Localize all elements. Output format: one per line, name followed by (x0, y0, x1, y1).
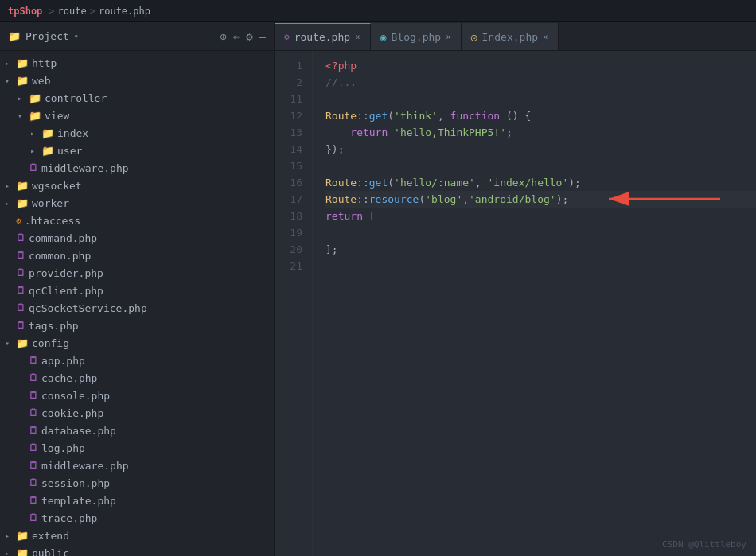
tree-item-command[interactable]: 🗒command.php (0, 229, 274, 247)
tree-item-qcClient[interactable]: 🗒qcClient.php (0, 282, 274, 299)
folder-arrow-icon: ▸ (30, 129, 41, 138)
tree-item-label-view: view (45, 110, 69, 122)
sidebar-title-label: Project (25, 30, 69, 42)
tree-item-database[interactable]: 🗒database.php (0, 422, 274, 439)
token-punc: , (438, 107, 450, 124)
tree-item-extend[interactable]: ▸📁extend (0, 527, 274, 544)
token-kw-tag: <?php (325, 57, 357, 74)
code-line-15 (325, 157, 756, 174)
tree-item-provider[interactable]: 🗒provider.php (0, 264, 274, 282)
tab-label-route: route.php (294, 31, 350, 43)
sidebar: 📁 Project ▾ ⊕ ⇐ ⚙ — ▸📁http▾📁web▸📁control… (0, 22, 275, 556)
tree-item-controller[interactable]: ▸📁controller (0, 89, 274, 107)
tab-php-icon-route: ⚙ (284, 32, 290, 42)
folder-icon-view: 📁 (29, 110, 41, 122)
add-icon[interactable]: ⊕ (220, 30, 226, 43)
editor-area: ⚙route.php×◉Blog.php×◎Index.php× 1211121… (275, 22, 756, 556)
tab-route[interactable]: ⚙route.php× (275, 23, 371, 50)
php-file-icon-command: 🗒 (16, 232, 25, 243)
tab-blog[interactable]: ◉Blog.php× (371, 23, 462, 50)
folder-icon-controller: 📁 (29, 92, 41, 104)
tree-item-label-user: user (57, 145, 82, 157)
php-file-icon-common: 🗒 (16, 250, 25, 261)
tree-item-app[interactable]: 🗒app.php (0, 352, 274, 369)
tree-item-label-database: database.php (41, 425, 116, 437)
tree-item-trace[interactable]: 🗒trace.php (0, 509, 274, 527)
tree-item-public[interactable]: ▸📁public (0, 544, 274, 556)
tab-close-blog[interactable]: × (446, 32, 451, 42)
token-fn-name: resource (369, 191, 419, 208)
folder-icon-wgsocket: 📁 (16, 180, 29, 192)
tree-item-common[interactable]: 🗒common.php (0, 247, 274, 264)
token-fn-name: get (369, 107, 388, 124)
tree-item-index[interactable]: ▸📁index (0, 124, 274, 142)
tree-item-log[interactable]: 🗒log.php (0, 439, 274, 457)
folder-arrow-icon: ▸ (5, 199, 16, 208)
tree-item-label-console: console.php (41, 390, 110, 402)
tab-close-route[interactable]: × (355, 32, 360, 42)
folder-arrow-icon: ▸ (5, 181, 16, 190)
tab-close-index[interactable]: × (543, 32, 548, 42)
tab-bar: ⚙route.php×◉Blog.php×◎Index.php× (275, 22, 756, 51)
code-content[interactable]: <?php//...Route::get('think', function (… (313, 51, 756, 556)
watermark: CSDN @Qlittleboy (662, 539, 746, 550)
php-file-icon-trace: 🗒 (29, 512, 38, 523)
folder-arrow-icon: ▸ (5, 59, 16, 68)
folder-arrow-icon: ▾ (5, 76, 16, 85)
tree-item-wgsocket[interactable]: ▸📁wgsocket (0, 177, 274, 194)
tree-item-label-web: web (32, 75, 50, 87)
token-punc (388, 124, 394, 141)
tree-item-label-wgsocket: wgsocket (32, 180, 82, 192)
php-file-icon-cache: 🗒 (29, 372, 38, 383)
tree-item-http[interactable]: ▸📁http (0, 54, 274, 72)
tree-item-htaccess[interactable]: ⚙.htaccess (0, 212, 274, 229)
tree-item-user[interactable]: ▸📁user (0, 142, 274, 159)
token-kw-php: return (350, 124, 388, 141)
folder-arrow-icon: ▸ (5, 531, 16, 540)
tree-item-middleware[interactable]: 🗒middleware.php (0, 457, 274, 474)
folder-icon-config: 📁 (16, 337, 29, 349)
folder-icon-worker: 📁 (16, 197, 29, 209)
token-punc: , (475, 174, 488, 191)
tree-item-view[interactable]: ▾📁view (0, 107, 274, 124)
line-number-13: 13 (275, 124, 302, 141)
php-file-icon-cookie: 🗒 (29, 407, 38, 418)
folder-icon-index: 📁 (41, 127, 54, 139)
tree-item-middleware-web[interactable]: 🗒middleware.php (0, 159, 274, 177)
tree-item-cookie[interactable]: 🗒cookie.php (0, 404, 274, 422)
token-punc: ( (388, 107, 394, 124)
tree-item-config[interactable]: ▾📁config (0, 334, 274, 352)
tree-item-web[interactable]: ▾📁web (0, 72, 274, 89)
tree-item-session[interactable]: 🗒session.php (0, 474, 274, 492)
code-editor[interactable]: 121112131415161718192021 <?php//...Route… (275, 51, 756, 556)
php-file-icon-template: 🗒 (29, 495, 38, 506)
breadcrumb-route: route (58, 6, 87, 17)
tree-item-label-http: http (32, 57, 57, 69)
tab-label-blog: Blog.php (392, 31, 442, 43)
tree-item-console[interactable]: 🗒console.php (0, 387, 274, 404)
collapse-icon[interactable]: ⇐ (233, 30, 240, 43)
chevron-down-icon: ▾ (74, 32, 79, 41)
tree-item-qcSocket[interactable]: 🗒qcSocketService.php (0, 299, 274, 317)
token-str: 'hello/:name' (394, 174, 475, 191)
tree-item-worker[interactable]: ▸📁worker (0, 194, 274, 212)
tree-item-cache[interactable]: 🗒cache.php (0, 369, 274, 387)
tree-item-label-controller: controller (45, 92, 107, 104)
php-file-icon-session: 🗒 (29, 477, 38, 488)
tab-index[interactable]: ◎Index.php× (462, 23, 559, 50)
line-number-19: 19 (275, 224, 302, 241)
tree-item-label-public: public (32, 547, 69, 557)
tree-item-label-cache: cache.php (41, 372, 97, 384)
tree-item-label-middleware-web: middleware.php (41, 162, 129, 174)
tree-item-label-qcClient: qcClient.php (29, 285, 103, 297)
sidebar-action-icons: ⊕ ⇐ ⚙ — (220, 30, 266, 43)
code-line-1: <?php (325, 57, 756, 74)
minimize-icon[interactable]: — (259, 30, 266, 43)
tree-item-tags[interactable]: 🗒tags.php (0, 317, 274, 334)
folder-icon-public: 📁 (16, 547, 29, 557)
tree-item-template[interactable]: 🗒template.php (0, 492, 274, 509)
line-number-21: 21 (275, 258, 302, 274)
code-line-16: Route::get('hello/:name', 'index/hello')… (325, 174, 756, 191)
settings-icon[interactable]: ⚙ (246, 30, 252, 43)
token-str: 'android/blog' (469, 191, 556, 208)
